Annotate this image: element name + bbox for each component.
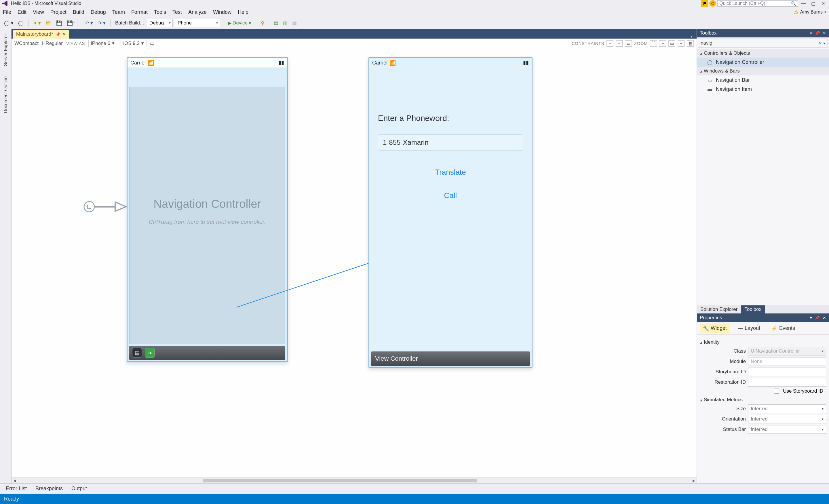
first-responder-icon[interactable]: ▤ xyxy=(132,348,142,358)
menu-edit[interactable]: Edit xyxy=(17,9,27,15)
use-storyboard-id-checkbox[interactable] xyxy=(774,389,779,394)
quick-launch-input[interactable]: Quick Launch (Ctrl+Q) 🔍 xyxy=(717,0,798,7)
undo-icon[interactable]: ↶ ▾ xyxy=(83,19,95,27)
menu-test[interactable]: Test xyxy=(172,9,182,15)
tab-toolbox[interactable]: Toolbox xyxy=(741,305,765,314)
toolbox-item-navigation-bar[interactable]: ▭Navigation Bar xyxy=(697,75,829,85)
panel-close-icon[interactable]: ✕ xyxy=(823,316,826,320)
class-combo[interactable]: UINavigationController▾ xyxy=(748,347,826,356)
back-button[interactable]: ◯ ▾ xyxy=(2,19,15,27)
forward-button[interactable]: ◯ xyxy=(16,19,25,27)
module-input[interactable]: None xyxy=(748,357,826,366)
open-file-icon[interactable]: 📂 xyxy=(44,19,53,27)
close-tab-icon[interactable]: ✕ xyxy=(63,32,66,37)
menu-view[interactable]: View xyxy=(33,9,44,15)
tab-solution-explorer[interactable]: Solution Explorer xyxy=(697,305,741,314)
document-outline-tab[interactable]: Document Outline xyxy=(3,74,9,115)
batch-build-button[interactable]: Batch Build... xyxy=(113,19,146,27)
exit-icon[interactable]: ➜ xyxy=(145,348,154,358)
size-combo[interactable]: Inferred▾ xyxy=(748,404,826,413)
panel-dropdown-icon[interactable]: ▾ xyxy=(810,31,812,35)
user-dropdown-icon[interactable]: ▾ xyxy=(824,10,826,14)
pin-icon[interactable]: 📌 xyxy=(815,31,820,35)
toolbox-category[interactable]: Controllers & Objects xyxy=(697,49,829,58)
prop-tab-events[interactable]: ⚡Events xyxy=(768,324,798,333)
tool-icon-1[interactable]: ⚲ xyxy=(259,19,266,27)
menu-window[interactable]: Window xyxy=(213,9,231,15)
new-project-icon[interactable]: ✦ ▾ xyxy=(31,19,43,27)
toolbox-item-navigation-item[interactable]: ▬Navigation Item xyxy=(697,85,829,94)
close-button[interactable]: ✕ xyxy=(819,0,827,7)
zoom-fit-icon[interactable]: ⛶ xyxy=(650,40,657,47)
size-class-h[interactable]: HRegular xyxy=(42,41,63,46)
menu-format[interactable]: Format xyxy=(131,9,148,15)
feedback-smile-icon[interactable]: ☺ xyxy=(709,0,716,7)
panel-close-icon[interactable]: ✕ xyxy=(823,31,826,35)
menu-tools[interactable]: Tools xyxy=(154,9,166,15)
toolbox-category[interactable]: Windows & Bars xyxy=(697,67,829,75)
menu-debug[interactable]: Debug xyxy=(91,9,106,15)
solution-platform-combo[interactable]: iPhone xyxy=(174,19,220,27)
menu-build[interactable]: Build xyxy=(73,9,84,15)
phoneword-textfield[interactable]: 1-855-Xamarin xyxy=(378,135,523,150)
initial-vc-arrow-icon[interactable] xyxy=(83,198,127,215)
prop-group-simulated[interactable]: Simulated Metrics xyxy=(700,397,826,403)
toolbox-search-input[interactable]: navig ✕ ▾ xyxy=(698,39,828,48)
tab-error-list[interactable]: Error List xyxy=(6,485,27,492)
properties-title-bar[interactable]: Properties ▾ 📌 ✕ xyxy=(697,314,829,322)
constraints-add-icon[interactable]: ＋ xyxy=(607,40,613,47)
tool-icon-3[interactable]: ▥ xyxy=(281,19,289,27)
redo-icon[interactable]: ↷ ▾ xyxy=(96,19,107,27)
menu-team[interactable]: Team xyxy=(112,9,125,15)
zoom-out-icon[interactable]: − xyxy=(659,40,666,47)
tab-breakpoints[interactable]: Breakpoints xyxy=(35,485,63,492)
orientation-icon[interactable]: ▭ xyxy=(150,40,154,46)
zoom-actual-icon[interactable]: ▭ xyxy=(669,40,675,47)
storyboard-canvas[interactable]: Carrier 📶 ▮▮ Navigation Controller Ctrl+… xyxy=(11,48,696,463)
grid-icon[interactable]: ▦ xyxy=(687,40,694,47)
tool-icon-2[interactable]: ▤ xyxy=(272,19,280,27)
menu-analyze[interactable]: Analyze xyxy=(188,9,207,15)
solution-config-combo[interactable]: Debug xyxy=(147,19,173,27)
tab-output[interactable]: Output xyxy=(71,485,87,492)
size-class-w[interactable]: WCompact xyxy=(14,41,39,46)
nav-body[interactable] xyxy=(129,87,285,344)
navigation-controller-scene[interactable]: Carrier 📶 ▮▮ Navigation Controller Ctrl+… xyxy=(127,57,288,362)
prop-tab-widget[interactable]: 🔧Widget xyxy=(700,324,730,333)
toolbox-item-navigation-controller[interactable]: ◯Navigation Controller xyxy=(697,58,829,67)
scroll-right-icon[interactable]: ▶ xyxy=(691,478,696,483)
storyboard-id-input[interactable] xyxy=(748,367,826,376)
clear-search-icon[interactable]: ✕ ▾ xyxy=(819,41,825,45)
pin-icon[interactable]: 📌 xyxy=(56,32,60,37)
menu-help[interactable]: Help xyxy=(238,9,248,15)
device-combo[interactable]: iPhone 6 ▾ xyxy=(88,40,117,47)
document-tab-active[interactable]: Main.storyboard* 📌 ✕ xyxy=(13,30,69,39)
scroll-left-icon[interactable]: ◀ xyxy=(11,478,17,483)
constraints-frame-icon[interactable]: ▭ xyxy=(625,40,632,47)
translate-button[interactable]: Translate xyxy=(378,168,523,177)
designer-canvas-scroll[interactable]: Carrier 📶 ▮▮ Navigation Controller Ctrl+… xyxy=(11,48,696,477)
minimize-button[interactable]: — xyxy=(799,0,808,7)
server-explorer-tab[interactable]: Server Explorer xyxy=(3,32,9,68)
prop-tab-layout[interactable]: —Layout xyxy=(735,324,763,333)
start-debug-button[interactable]: ▶ Device ▾ xyxy=(226,19,253,27)
signed-in-user[interactable]: Amy Burns xyxy=(800,9,823,15)
view-controller-scene[interactable]: Carrier 📶 ▮▮ Enter a Phoneword: 1-855-Xa… xyxy=(368,57,533,368)
notifications-flag-icon[interactable]: ⚑ xyxy=(701,0,708,7)
statusbar-combo[interactable]: Inferred▾ xyxy=(748,425,826,434)
tab-overflow-icon[interactable]: ▾ xyxy=(688,34,695,39)
maximize-button[interactable]: ▢ xyxy=(809,0,818,7)
panel-dropdown-icon[interactable]: ▾ xyxy=(810,316,812,320)
zoom-in-icon[interactable]: + xyxy=(678,40,685,47)
menu-project[interactable]: Project xyxy=(50,9,67,15)
pin-icon[interactable]: 📌 xyxy=(815,316,820,320)
scroll-thumb[interactable] xyxy=(203,479,477,482)
restoration-id-input[interactable] xyxy=(748,378,826,387)
prop-group-identity[interactable]: Identity xyxy=(700,339,826,345)
horizontal-scrollbar[interactable]: ◀ ▶ xyxy=(11,477,696,483)
menu-file[interactable]: File xyxy=(3,9,11,15)
os-combo[interactable]: iOS 9.2 ▾ xyxy=(120,40,146,47)
orientation-combo[interactable]: Inferred▾ xyxy=(748,415,826,423)
call-button[interactable]: Call xyxy=(378,191,523,200)
save-all-icon[interactable]: 💾⁺ xyxy=(65,19,77,27)
